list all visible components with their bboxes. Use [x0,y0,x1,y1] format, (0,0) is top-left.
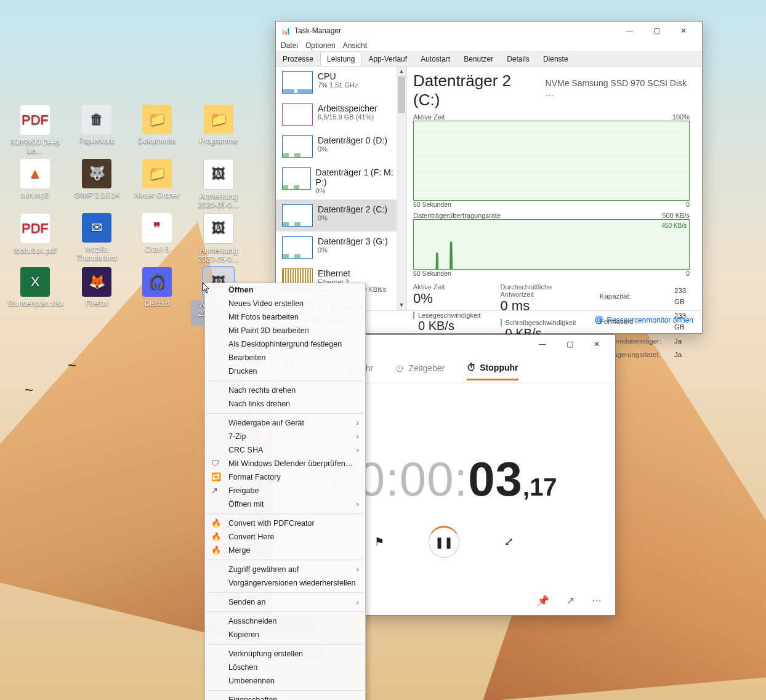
desktop-icon-gimp[interactable]: 🐺 GIMP 2.10.14 [69,159,124,199]
context-menu-item[interactable]: 🔥Merge [205,544,365,557]
context-menu-item[interactable]: 7-Zip [205,430,365,443]
menu-datei[interactable]: Datei [281,41,298,50]
desktop-icon-bin[interactable]: 🗑 Papierkorb [69,105,124,145]
excel-icon: X [20,267,50,297]
maximize-button[interactable]: ▢ [643,22,670,40]
context-menu-item[interactable]: Löschen [205,661,365,674]
context-menu-item[interactable]: 🛡Mit Windows Defender überprüfen… [205,457,365,470]
task-manager-titlebar[interactable]: 📊 Task-Manager — ▢ ✕ [276,22,702,40]
menu-optionen[interactable]: Optionen [305,41,336,50]
context-menu-item[interactable]: CRC SHA [205,443,365,457]
context-menu-item[interactable]: 🔥Convert with PDFCreator [205,517,365,530]
close-button[interactable]: ✕ [670,22,697,40]
perf-item-title: Datenträger 0 (D:) [318,135,387,145]
context-menu-item[interactable]: Senden an [205,595,365,609]
perf-item[interactable]: Datenträger 2 (C:) 0% [276,199,406,231]
pin-button[interactable]: 📌 [537,595,549,606]
desktop-icon-vlc[interactable]: ▲ sun.mp3 [7,159,63,199]
menu-ansicht[interactable]: Ansicht [343,41,367,50]
desktop-icon-disc[interactable]: 🎧 Discord [129,267,185,308]
graph1-title: Aktive Zeit [413,113,445,121]
context-menu-item[interactable]: ↗Freigabe [205,484,365,497]
share-button[interactable]: ↗ [566,595,574,606]
tab-app-verlauf[interactable]: App-Verlauf [361,52,414,66]
desktop-icon-pdf[interactable]: PDF 808/9x00 Deep Le… [7,105,63,155]
tab-zeitgeber[interactable]: ⏲ Zeitgeber [395,357,445,380]
context-menu-item[interactable]: Zugriff gewähren auf [205,563,365,576]
left-scrollbar[interactable]: ▴ ▾ [397,66,406,310]
context-menu-item[interactable]: Öffnen mit [205,497,365,511]
desktop-icon-excel[interactable]: X Stundenplan.xlsx [7,267,63,308]
tab-details[interactable]: Details [500,52,536,66]
menu-item-label: Drucken [228,367,257,376]
context-menu-item[interactable]: 🔥Convert Here [205,530,365,544]
tab-leistung[interactable]: Leistung [320,52,361,66]
tab-label: Stoppuhr [480,363,518,372]
perf-item[interactable]: Arbeitsspeicher 6,5/15,9 GB (41%) [276,99,406,131]
minimize-button[interactable]: — [616,22,643,40]
lap-button[interactable]: ⚑ [365,527,394,557]
tab-benutzer[interactable]: Benutzer [457,52,500,66]
perf-item[interactable]: Datenträger 0 (D:) 0% [276,131,406,163]
tab-dienste[interactable]: Dienste [536,52,575,66]
gimp-icon: 🐺 [82,159,111,188]
menu-item-label: Nach links drehen [228,400,290,408]
context-menu-item[interactable]: 🔁Format Factory [205,470,365,484]
expand-button[interactable]: ⤢ [494,527,523,557]
menu-item-label: Mit Paint 3D bearbeiten [228,326,309,335]
context-menu-item[interactable]: Verknüpfung erstellen [205,647,365,661]
menu-item-icon: 🔥 [211,518,221,528]
context-menu-item[interactable]: Nach rechts drehen [205,384,365,397]
desktop-icon-folder[interactable]: 📁 Neuer Ordner [129,159,185,199]
desktop-icon-pdf[interactable]: PDF tcolorbox.pdf [7,213,63,255]
scroll-up-icon[interactable]: ▴ [397,66,406,76]
ff-icon: 🦊 [82,267,111,297]
context-menu-item[interactable]: Eigenschaften [205,693,365,700]
context-menu-item[interactable]: Drucken [205,364,365,378]
desktop-icon-img[interactable]: 🖼 Anmerkung 2020-05-0… [191,213,246,264]
context-menu-item[interactable]: Mit Fotos bearbeiten [205,310,365,324]
desktop-icon-folder[interactable]: 📁 Programme [191,105,246,145]
desktop-icon-label: sun.mp3 [7,191,63,199]
desktop-icon-label: Stundenplan.xlsx [7,299,63,308]
context-menu-item[interactable]: Öffnen [205,283,365,297]
context-menu-item[interactable]: Ausschneiden [205,614,365,628]
meta-key: Kapazität: [599,284,672,308]
perf-item-title: Arbeitsspeicher [318,103,377,113]
context-menu-item[interactable]: Bearbeiten [205,351,365,364]
desktop-icon-tb[interactable]: ✉ Mozilla Thunderbird [69,213,124,262]
more-button[interactable]: ⋯ [592,595,602,606]
context-menu-item[interactable]: Kopieren [205,628,365,642]
disk-subheading: NVMe Samsung SSD 970 SCSI Disk … [546,78,690,98]
menu-item-label: Ausschneiden [228,617,277,626]
menu-item-label: 7-Zip [228,432,246,441]
scroll-down-icon[interactable]: ▾ [397,300,406,310]
perf-item[interactable]: CPU 7% 1,51 GHz [276,66,406,99]
scrollbar-thumb[interactable] [398,76,405,113]
maximize-button[interactable]: ▢ [556,335,583,353]
share-icon: ↗ [566,595,574,606]
context-menu-item[interactable]: Nach links drehen [205,397,365,411]
desktop-icon-img[interactable]: 🖼 Anmerkung 2020-05-0… [191,159,246,209]
tab-stoppuhr[interactable]: ⏱ Stoppuhr [467,356,518,380]
desktop-icon-citavi[interactable]: ❞ Citavi 6 [129,213,185,254]
pause-button[interactable]: ❚❚ [429,526,459,558]
desktop-icon-label: Mozilla Thunderbird [69,245,124,262]
minimize-button[interactable]: — [529,335,556,353]
desktop-icon-ff[interactable]: 🦊 Firefox [69,267,124,308]
tab-prozesse[interactable]: Prozesse [276,52,320,66]
close-button[interactable]: ✕ [583,335,610,353]
pause-icon: ❚❚ [435,536,453,549]
context-menu-item[interactable]: Vorgängerversionen wiederherstellen [205,576,365,590]
perf-item[interactable]: Datenträger 1 (F: M: P:) 0% [276,163,406,199]
context-menu-item[interactable]: Mit Paint 3D bearbeiten [205,324,365,337]
tab-autostart[interactable]: Autostart [414,52,457,66]
mini-graph-icon [282,103,313,126]
context-menu-item[interactable]: Neues Video erstellen [205,297,365,310]
perf-item[interactable]: Datenträger 3 (G:) 0% [276,231,406,264]
context-menu-item[interactable]: Umbenennen [205,674,365,688]
desktop-icon-folder[interactable]: 📁 Dokumente [129,105,185,145]
citavi-icon: ❞ [142,213,172,243]
context-menu-item[interactable]: Als Desktophintergrund festlegen [205,337,365,351]
context-menu-item[interactable]: Wiedergabe auf Gerät [205,416,365,430]
